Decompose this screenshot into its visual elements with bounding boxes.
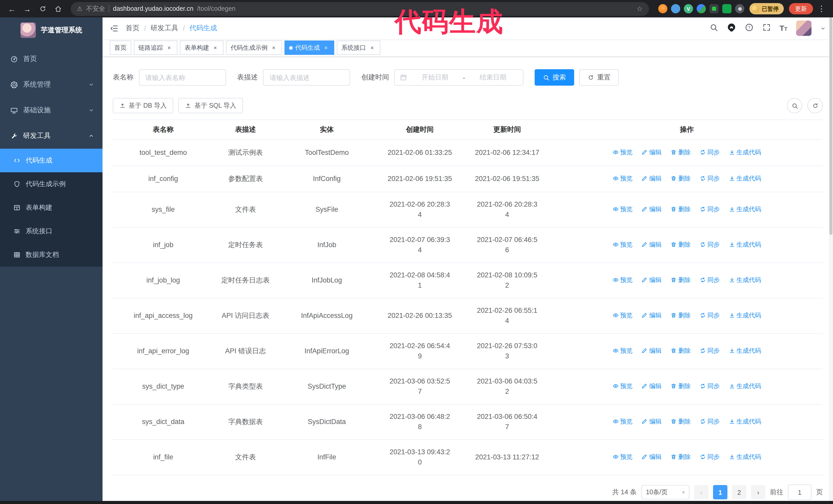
back-button[interactable]: ← bbox=[5, 2, 19, 16]
browser-menu-kebab-icon[interactable]: ⋮ bbox=[815, 4, 828, 13]
generate-code-link[interactable]: 生成代码 bbox=[729, 416, 761, 427]
delete-link[interactable]: 删除 bbox=[670, 275, 690, 285]
font-size-button[interactable]: TT bbox=[780, 24, 787, 33]
sync-link[interactable]: 同步 bbox=[700, 275, 720, 285]
sync-link[interactable]: 同步 bbox=[700, 381, 720, 391]
extension-icon[interactable] bbox=[697, 4, 706, 13]
help-button[interactable]: ? bbox=[744, 23, 753, 33]
user-avatar[interactable] bbox=[796, 21, 811, 36]
edit-link[interactable]: 编辑 bbox=[642, 416, 662, 427]
generate-code-link[interactable]: 生成代码 bbox=[729, 147, 761, 158]
paused-badge[interactable]: 已暂停 bbox=[749, 3, 784, 14]
generate-code-link[interactable]: 生成代码 bbox=[729, 345, 761, 356]
refresh-table-button[interactable] bbox=[807, 98, 823, 113]
extension-icon[interactable] bbox=[722, 4, 732, 13]
date-range-picker[interactable]: 开始日期 - 结束日期 bbox=[394, 69, 523, 86]
edit-link[interactable]: 编辑 bbox=[642, 310, 662, 320]
github-button[interactable] bbox=[727, 23, 736, 34]
sync-link[interactable]: 同步 bbox=[700, 147, 720, 158]
delete-link[interactable]: 删除 bbox=[670, 452, 690, 462]
preview-link[interactable]: 预览 bbox=[612, 147, 632, 158]
delete-link[interactable]: 删除 bbox=[670, 147, 690, 158]
generate-code-link[interactable]: 生成代码 bbox=[729, 310, 761, 320]
url-bar[interactable]: ⚠ 不安全 dashboard.yudao.iocoder.cn/tool/co… bbox=[71, 2, 649, 16]
sidebar-collapse-button[interactable] bbox=[110, 24, 118, 32]
delete-link[interactable]: 删除 bbox=[670, 173, 690, 184]
close-icon[interactable]: × bbox=[212, 44, 219, 51]
sidebar-item-system[interactable]: 系统管理 bbox=[0, 72, 102, 97]
tab-form-builder[interactable]: 表单构建 × bbox=[180, 41, 223, 55]
edit-link[interactable]: 编辑 bbox=[642, 204, 662, 214]
prev-page-button[interactable]: ‹ bbox=[694, 485, 709, 499]
preview-link[interactable]: 预览 bbox=[612, 381, 632, 391]
extension-icon[interactable] bbox=[735, 4, 744, 13]
generate-code-link[interactable]: 生成代码 bbox=[729, 452, 761, 462]
extension-icon[interactable]: V bbox=[684, 4, 693, 13]
sync-link[interactable]: 同步 bbox=[700, 345, 720, 356]
sidebar-item-infra[interactable]: 基础设施 bbox=[0, 97, 102, 123]
app-logo[interactable]: 芋道管理系统 bbox=[0, 18, 102, 43]
home-button[interactable] bbox=[51, 2, 65, 16]
sidebar-item-devtools[interactable]: 研发工具 bbox=[0, 123, 102, 149]
generate-code-link[interactable]: 生成代码 bbox=[729, 239, 761, 250]
generate-code-link[interactable]: 生成代码 bbox=[729, 275, 761, 285]
edit-link[interactable]: 编辑 bbox=[642, 147, 662, 158]
extension-icon[interactable] bbox=[671, 4, 680, 13]
generate-code-link[interactable]: 生成代码 bbox=[729, 381, 761, 391]
tab-trace[interactable]: 链路追踪 × bbox=[134, 41, 177, 55]
edit-link[interactable]: 编辑 bbox=[642, 275, 662, 285]
forward-button[interactable]: → bbox=[21, 2, 34, 16]
preview-link[interactable]: 预览 bbox=[612, 452, 632, 462]
edit-link[interactable]: 编辑 bbox=[642, 239, 662, 250]
tab-system-api[interactable]: 系统接口 × bbox=[337, 41, 380, 55]
search-submit-button[interactable]: 搜索 bbox=[535, 69, 574, 86]
update-button[interactable]: 更新 bbox=[789, 3, 813, 14]
preview-link[interactable]: 预览 bbox=[612, 310, 632, 320]
sync-link[interactable]: 同步 bbox=[700, 173, 720, 184]
sidebar-item-system-api[interactable]: 系统接口 bbox=[0, 219, 102, 243]
edit-link[interactable]: 编辑 bbox=[642, 452, 662, 462]
preview-link[interactable]: 预览 bbox=[612, 416, 632, 427]
tab-home[interactable]: 首页 bbox=[110, 41, 131, 55]
search-button[interactable] bbox=[709, 23, 718, 33]
sync-link[interactable]: 同步 bbox=[700, 204, 720, 214]
breadcrumb-devtools[interactable]: 研发工具 bbox=[151, 24, 178, 33]
toggle-search-button[interactable] bbox=[787, 98, 802, 113]
generate-code-link[interactable]: 生成代码 bbox=[729, 173, 761, 184]
page-button-2[interactable]: 2 bbox=[732, 485, 746, 499]
sidebar-item-db-doc[interactable]: 数据库文档 bbox=[0, 243, 102, 267]
delete-link[interactable]: 删除 bbox=[670, 239, 690, 250]
sync-link[interactable]: 同步 bbox=[700, 452, 720, 462]
import-sql-button[interactable]: 基于 SQL 导入 bbox=[178, 98, 243, 113]
refresh-button[interactable] bbox=[36, 2, 49, 16]
breadcrumb-home[interactable]: 首页 bbox=[125, 24, 139, 33]
table-desc-input[interactable] bbox=[263, 69, 350, 86]
sidebar-item-form-builder[interactable]: 表单构建 bbox=[0, 196, 102, 219]
page-size-select[interactable]: 10条/页 ▾ bbox=[641, 485, 689, 499]
edit-link[interactable]: 编辑 bbox=[642, 345, 662, 356]
tab-codegen-example[interactable]: 代码生成示例 × bbox=[226, 41, 282, 55]
goto-page-input[interactable] bbox=[788, 484, 811, 500]
preview-link[interactable]: 预览 bbox=[612, 239, 632, 250]
sync-link[interactable]: 同步 bbox=[700, 239, 720, 250]
sidebar-item-codegen-example[interactable]: 代码生成示例 bbox=[0, 172, 102, 196]
close-icon[interactable]: × bbox=[368, 44, 376, 51]
delete-link[interactable]: 删除 bbox=[670, 310, 690, 320]
close-icon[interactable]: × bbox=[270, 44, 277, 51]
preview-link[interactable]: 预览 bbox=[612, 345, 632, 356]
bookmark-star-icon[interactable]: ☆ bbox=[636, 5, 643, 13]
close-icon[interactable]: × bbox=[166, 44, 173, 51]
reset-button[interactable]: 重置 bbox=[579, 69, 619, 86]
preview-link[interactable]: 预览 bbox=[612, 204, 632, 214]
delete-link[interactable]: 删除 bbox=[670, 204, 690, 214]
import-db-button[interactable]: 基于 DB 导入 bbox=[113, 98, 173, 113]
edit-link[interactable]: 编辑 bbox=[642, 381, 662, 391]
scrollbar-thumb[interactable] bbox=[829, 18, 832, 235]
tab-codegen[interactable]: 代码生成 × bbox=[285, 41, 334, 55]
preview-link[interactable]: 预览 bbox=[612, 275, 632, 285]
sidebar-item-codegen[interactable]: 代码生成 bbox=[0, 149, 102, 172]
table-name-input[interactable] bbox=[139, 69, 226, 86]
delete-link[interactable]: 删除 bbox=[670, 381, 690, 391]
extension-icon[interactable] bbox=[658, 4, 667, 13]
edit-link[interactable]: 编辑 bbox=[642, 173, 662, 184]
